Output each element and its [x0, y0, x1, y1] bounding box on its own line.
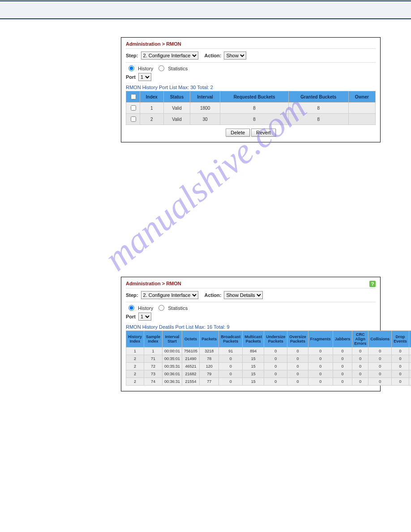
col-history-index: History Index	[126, 331, 144, 348]
history-details-table: History Index Sample Index Interval Star…	[126, 330, 411, 386]
step-select[interactable]: 2. Configure Interface	[141, 291, 198, 299]
table-row: 1 Valid 1800 8 8	[126, 103, 376, 114]
table-row: 2 Valid 30 8 8	[126, 114, 376, 125]
col-index: Index	[140, 91, 164, 103]
list-title: RMON History Deatils Port List	[126, 324, 193, 330]
col-drop-events: Drop Events	[392, 331, 409, 348]
help-icon[interactable]: ?	[369, 281, 376, 287]
list-title: RMON History Port List	[126, 85, 177, 90]
col-multicast: Multicast Packets	[243, 331, 264, 348]
col-checkbox	[126, 91, 140, 103]
col-interval-start: Interval Start	[163, 331, 182, 348]
action-label: Action:	[205, 292, 222, 298]
total-label: Total: 9	[214, 324, 229, 330]
select-all-checkbox[interactable]	[131, 94, 136, 99]
col-crc-align: CRC Align Errors	[352, 331, 368, 348]
col-collisions: Collisions	[368, 331, 392, 348]
rmon-show-panel: Administration > RMON Step: 2. Configure…	[121, 37, 381, 142]
col-oversize: Oversize Packets	[287, 331, 308, 348]
col-jabbers: Jabbers	[333, 331, 352, 348]
delete-button[interactable]: Delete	[226, 129, 250, 137]
step-label: Step:	[126, 292, 138, 298]
history-port-table: Index Status Interval Requested Buckets …	[126, 91, 376, 125]
table-row: 27200:35:314652112001500000000	[126, 363, 411, 370]
port-label: Port	[126, 74, 136, 80]
top-bar	[0, 0, 411, 19]
statistics-radio[interactable]	[158, 305, 164, 311]
step-label: Step:	[126, 53, 138, 58]
history-radio[interactable]	[128, 305, 134, 311]
statistics-radio[interactable]	[158, 65, 164, 71]
port-select[interactable]: 1	[138, 73, 151, 81]
history-radio-label: History	[138, 305, 153, 311]
breadcrumb: Administration > RMON	[126, 41, 376, 49]
step-select[interactable]: 2. Configure Interface	[141, 51, 198, 60]
col-granted-buckets: Granted Buckets	[289, 91, 349, 103]
breadcrumb: Administration > RMON	[126, 281, 376, 288]
history-radio[interactable]	[128, 65, 134, 71]
col-network-util: Network Utilization	[409, 331, 411, 348]
col-undersize: Undersize Packets	[264, 331, 287, 348]
col-broadcast: Broadcast Packets	[219, 331, 243, 348]
row-checkbox[interactable]	[131, 105, 136, 111]
table-row: 27400:36:31215547701500000000	[126, 378, 411, 386]
col-interval: Interval	[190, 91, 220, 103]
statistics-radio-label: Statistics	[168, 305, 188, 311]
statistics-radio-label: Statistics	[168, 66, 188, 71]
col-status: Status	[163, 91, 190, 103]
rmon-details-panel: ? Administration > RMON Step: 2. Configu…	[121, 277, 381, 391]
action-select[interactable]: Show Details	[224, 291, 263, 299]
max-label: Max: 30	[178, 85, 196, 90]
table-row: 1100:00:0175610532189189400000000	[126, 348, 411, 355]
col-owner: Owner	[348, 91, 375, 103]
action-label: Action:	[205, 53, 222, 58]
action-select[interactable]: Show	[224, 51, 246, 60]
table-row: 27300:36:01216827901500000000	[126, 370, 411, 378]
col-packets: Packets	[200, 331, 219, 348]
total-label: Total: 2	[197, 85, 213, 90]
col-octets: Octets	[182, 331, 200, 348]
row-checkbox[interactable]	[131, 116, 136, 122]
table-row: 27100:35:01214907801500000000	[126, 355, 411, 363]
max-label: Max: 16	[195, 324, 212, 330]
col-sample-index: Sample Index	[144, 331, 163, 348]
history-radio-label: History	[138, 66, 153, 71]
port-label: Port	[126, 314, 136, 319]
port-select[interactable]: 1	[138, 313, 151, 321]
col-requested-buckets: Requested Buckets	[220, 91, 289, 103]
revert-button[interactable]: Revert	[251, 129, 275, 137]
col-fragments: Fragments	[308, 331, 333, 348]
